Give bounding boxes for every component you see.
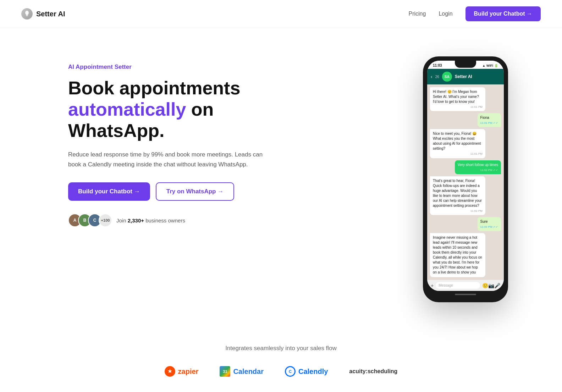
message-5: That's great to hear, Fiona! Quick follo… [430,176,485,215]
hero-section: AI Appointment Setter Book appointments … [33,28,529,324]
hero-title-line2: on [186,99,214,120]
login-link[interactable]: Login [439,11,452,17]
hero-left: AI Appointment Setter Book appointments … [68,56,267,227]
nav-cta-button[interactable]: Build your Chatbot → [465,6,541,21]
logo[interactable]: Setter AI [21,8,65,20]
phone-screen: 11:03 ▲ WiFi 🔋 ‹ 26 SA Setter AI [427,61,504,291]
message-7: Imagine never missing a hot lead again! … [430,233,485,277]
message-6-time: 11:02 PM ✓✓ [480,225,498,229]
build-chatbot-button[interactable]: Build your Chatbot → [68,182,150,201]
message-3: Nice to meet you, Fiona! 😄 What excites … [430,129,485,158]
social-proof: A B C +100 Join 2,330+ business owners [68,214,267,227]
social-proof-text: Join 2,330+ business owners [116,217,185,223]
nav-right: Pricing Login Build your Chatbot → [409,6,541,21]
signal-icon: ▲ [482,64,485,67]
hero-description: Reduce lead response time by 99% and boo… [68,150,267,170]
zapier-icon [165,366,175,377]
contact-avatar: SA [442,72,452,82]
zapier-name: zapier [178,368,199,376]
message-5-text: That's great to hear, Fiona! Quick follo… [433,178,483,208]
acuity-logo: acuity:scheduling [349,368,397,375]
whatsapp-footer: + Message 🙂 📷 🎤 [427,280,504,291]
contact-name: Setter AI [455,74,472,79]
back-count: 26 [435,75,439,79]
mic-icon[interactable]: 🎤 [494,283,500,288]
zapier-logo: zapier [165,366,199,377]
integrations-section: Integrates seamlessly into your sales fl… [0,324,562,391]
phone-notch [455,61,476,68]
message-1-text: Hi there! 🙂 I'm Megan from Setter AI. Wh… [433,89,483,104]
navbar: Setter AI Pricing Login Build your Chatb… [0,0,562,28]
message-2: Fiona 11:01 PM ✓✓ [478,113,501,127]
acuity-name: acuity:scheduling [349,368,397,375]
message-6: Sure 11:02 PM ✓✓ [478,217,501,231]
whatsapp-header: ‹ 26 SA Setter AI [427,69,504,84]
phone-status-icons: ▲ WiFi 🔋 [482,64,498,67]
home-bar [455,294,476,295]
message-3-text: Nice to meet you, Fiona! 😄 What excites … [433,131,483,151]
avatar-group: A B C +100 [68,214,112,227]
phone-mockup: 11:03 ▲ WiFi 🔋 ‹ 26 SA Setter AI [423,56,508,302]
logo-icon [21,8,33,20]
try-whatsapp-button[interactable]: Try on WhatsApp → [156,182,235,201]
message-5-time: 11:02 PM [433,209,483,213]
hero-right: 11:03 ▲ WiFi 🔋 ‹ 26 SA Setter AI [423,56,508,302]
message-4-text: Very short follow up times [458,162,498,167]
message-4-time: 11:02 PM ✓✓ [458,168,498,172]
hero-buttons: Build your Chatbot → Try on WhatsApp → [68,182,267,201]
message-input[interactable]: Message [436,282,480,289]
calendly-icon: C [285,366,296,377]
integrations-logos: zapier 31 Calendar C Calendly acuity:sch… [21,366,541,377]
emoji-icon[interactable]: 🙂 [482,283,488,288]
integrations-title: Integrates seamlessly into your sales fl… [21,345,541,352]
battery-icon: 🔋 [494,64,498,67]
phone-time: 11:03 [433,64,442,67]
message-2-time: 11:01 PM ✓✓ [480,121,498,125]
message-2-text: Fiona [480,115,498,120]
social-proof-rest: business owners [144,217,185,223]
gcal-logo: 31 Calendar [220,366,264,377]
svg-point-1 [26,14,28,16]
message-6-text: Sure [480,219,498,224]
gcal-icon: 31 [220,366,230,377]
message-1: Hi there! 🙂 I'm Megan from Setter AI. Wh… [430,87,485,111]
message-1-time: 11:01 PM [433,105,483,109]
calendly-name: Calendly [298,368,328,376]
home-indicator [427,291,504,298]
message-4: Very short follow up times 11:02 PM ✓✓ [455,160,501,174]
plus-icon[interactable]: + [431,283,434,288]
avatar-count: +100 [99,214,112,227]
camera-icon[interactable]: 📷 [488,283,494,288]
social-proof-join: Join [116,217,128,223]
hero-title-purple: automatically [68,99,186,120]
wifi-icon: WiFi [486,64,493,67]
calendly-logo: C Calendly [285,366,328,377]
gcal-name: Calendar [233,368,264,376]
hero-title-line3: WhatsApp. [68,120,165,141]
hero-title: Book appointments automatically on Whats… [68,78,267,141]
message-7-text: Imagine never missing a hot lead again! … [433,235,483,275]
pricing-link[interactable]: Pricing [409,11,426,17]
hero-title-line1: Book appointments [68,78,240,98]
back-button[interactable]: ‹ [431,74,432,79]
chat-area: Hi there! 🙂 I'm Megan from Setter AI. Wh… [427,84,504,280]
social-proof-count: 2,330+ [128,217,144,223]
message-3-time: 11:01 PM [433,152,483,156]
logo-text: Setter AI [36,10,65,18]
hero-tag: AI Appointment Setter [68,64,267,71]
